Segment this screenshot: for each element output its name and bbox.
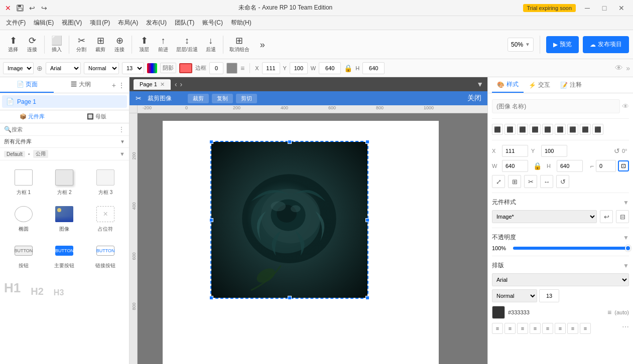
lock-wh-icon[interactable]: 🔒 [533,162,542,170]
component-image[interactable]: 图像 [45,201,84,236]
menu-file[interactable]: 文件(F) [2,17,30,29]
handle-mr[interactable] [365,218,369,222]
y-input[interactable]: 100 [290,62,308,74]
component-link-button[interactable]: BUTTON 链接按钮 [86,238,125,272]
text-align-justify-button[interactable]: ≡ [530,323,541,334]
publish-button[interactable]: ☁ 发布项目 [583,36,629,53]
redo-icon[interactable]: ↪ [40,4,48,12]
x-coord-input[interactable]: 111 [502,145,528,157]
opacity-toggle[interactable]: ▼ [623,234,629,241]
canvas-next-icon[interactable]: › [180,80,183,88]
text-valign-middle-button[interactable]: ≡ [555,323,566,334]
text-wrap-button[interactable]: ≡ [580,323,591,334]
page-options-icon[interactable]: ⋮ [118,81,125,89]
fit-icon[interactable]: ⊞ [508,175,521,188]
text-valign-top-button[interactable]: ≡ [542,323,553,334]
menu-layout[interactable]: 布局(A) [114,17,142,29]
menu-publish[interactable]: 发布(U) [142,17,171,29]
visibility-toggle[interactable]: 👁 [615,64,623,73]
lock-aspect-icon[interactable]: 🔒 [344,64,352,72]
maximize-button[interactable]: □ [597,3,612,13]
crop-close-button[interactable]: 关闭 [467,94,481,103]
select-tool[interactable]: ⬆ 选择 [4,33,22,57]
outline-tab[interactable]: ☰ 大纲 [54,77,107,93]
text-align-more-icon[interactable]: ⋯ [622,323,629,334]
font-color-icon[interactable] [147,63,157,73]
interaction-tab[interactable]: ⚡ 交互 [524,77,555,93]
handle-tr[interactable] [365,140,369,144]
rotate-transform-icon[interactable]: ↺ [556,175,569,188]
top-tool[interactable]: ⬆ 顶层 [135,33,153,57]
backward-tool[interactable]: ↕ 层层/后退 [173,33,201,57]
distribute-v-button[interactable]: ⬛ [580,124,591,135]
insert-tool[interactable]: ⬜ 插入 [48,33,66,57]
line-height-icon[interactable]: ≡ [607,308,611,316]
canvas-tab-close[interactable]: ✕ [160,81,165,88]
corner-radius-input[interactable]: 0 [596,160,616,172]
canvas-content[interactable] [138,113,487,364]
align-center-h-button[interactable]: ⬛ [504,124,516,135]
opacity-slider-track[interactable] [513,247,629,250]
canvas-options-icon[interactable]: ▼ [476,80,483,88]
font-style-right-select[interactable]: Normal [492,289,537,302]
element-type-select[interactable]: Image [3,62,34,74]
lib-more-icon[interactable]: ▼ [119,151,125,157]
image-name-input[interactable] [492,99,620,113]
preview-button[interactable]: ▶ 预览 [546,36,579,53]
master-tab[interactable]: 🔲 母版 [65,110,130,123]
page-tab[interactable]: 📄 页面 [0,77,54,93]
window-close-button[interactable]: ✕ [614,3,629,13]
ungroup-tool[interactable]: ⊞ 取消组合 [226,33,252,57]
flip-icon[interactable]: ↔ [540,175,553,188]
shadow-label[interactable]: 阴影 [160,63,176,73]
handle-bc[interactable] [288,296,292,300]
align-bottom-button[interactable]: ⬛ [555,124,566,135]
save-icon[interactable] [16,4,24,12]
widget-style-select[interactable]: Image* [492,210,597,223]
align-right-button[interactable]: ⬛ [517,124,528,135]
handle-br[interactable] [365,296,369,300]
full-screen-icon[interactable]: ⊡ [618,160,629,171]
menu-project[interactable]: 项目(P) [86,17,114,29]
w-coord-input[interactable]: 640 [502,160,528,172]
component-box3[interactable]: 方框 3 [86,164,125,199]
menu-team[interactable]: 团队(T) [171,17,198,29]
component-primary-button[interactable]: BUTTON 主要按钮 [45,238,84,272]
h-input[interactable]: 640 [362,62,385,74]
image-name-visibility-icon[interactable]: 👁 [622,102,629,110]
opacity-slider-thumb[interactable] [625,245,631,251]
font-style-select[interactable]: Normal [84,62,119,74]
handle-bl[interactable] [209,296,213,300]
more-align-button[interactable]: ⬛ [592,124,603,135]
font-size-right-input[interactable]: 13 [539,289,559,302]
text-align-right-button[interactable]: ≡ [517,323,528,334]
crop-action-button[interactable]: 裁剪 [188,94,209,103]
text-align-left-button[interactable]: ≡ [492,323,503,334]
font-select[interactable]: Arial [46,62,81,74]
y-coord-input[interactable]: 100 [541,145,567,157]
crop-mode-icon[interactable]: ✂ [524,175,537,188]
copy-action-button[interactable]: 复制 [212,94,233,103]
h-coord-input[interactable]: 640 [557,160,583,172]
menu-account[interactable]: 账号(C) [198,17,227,29]
zoom-control[interactable]: 50% ▼ [508,38,534,52]
w-input[interactable]: 640 [319,62,341,74]
align-left-button[interactable]: ⬛ [492,124,503,135]
page-item[interactable]: 📄 Page 1 [2,95,127,108]
widget-style-toggle[interactable]: ▼ [623,199,629,206]
more-tool[interactable]: » [254,33,272,57]
canvas-page-tab[interactable]: Page 1 ✕ [134,79,171,90]
cut-action-button[interactable]: 剪切 [236,94,257,103]
component-lib-tab[interactable]: 📦 元件库 [0,110,65,123]
split-tool[interactable]: ✂ 分割 [72,33,90,57]
library-dropdown-icon[interactable]: ▼ [120,139,125,144]
close-icon[interactable]: ✕ [4,4,12,12]
search-options-icon[interactable]: ⋮ [118,125,125,133]
text-valign-bottom-button[interactable]: ≡ [567,323,578,334]
align-center-v-button[interactable]: ⬛ [542,124,553,135]
undo-icon[interactable]: ↩ [28,4,36,12]
menu-edit[interactable]: 编辑(E) [30,17,58,29]
component-box1[interactable]: 方框 1 [4,164,43,199]
component-button[interactable]: BUTTON 按钮 [4,238,43,272]
canvas-prev-icon[interactable]: ‹ [175,80,177,88]
